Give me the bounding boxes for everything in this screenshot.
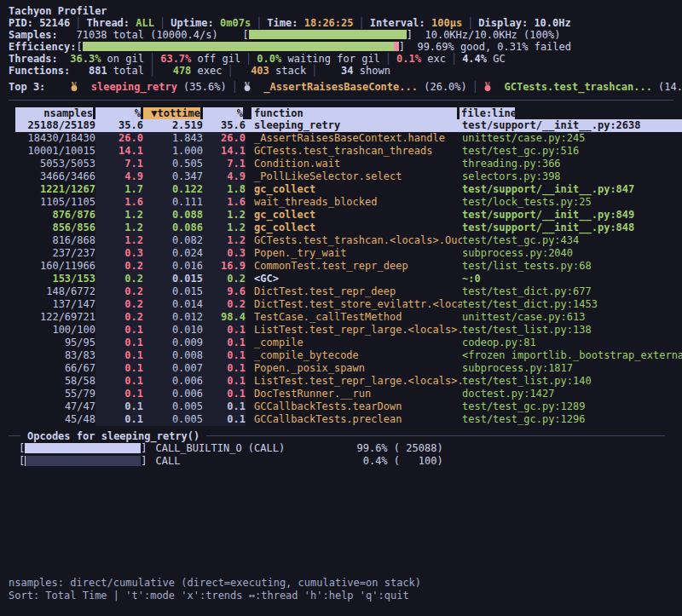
table-row[interactable]: 1105/1105 1.6 0.111 1.6 wait_threads_blo… bbox=[0, 196, 682, 209]
cum-pct-cell: 0.1 bbox=[203, 400, 246, 413]
header-tottime-sorted[interactable]: ▼tottime bbox=[143, 107, 203, 119]
header-cum-pct[interactable]: % bbox=[203, 107, 246, 119]
table-row[interactable]: 55/79 0.1 0.006 0.1 DocTestRunner.__run … bbox=[0, 388, 682, 400]
function-cell: DocTestRunner.__run bbox=[254, 388, 462, 400]
stat-value: 403 bbox=[239, 65, 269, 77]
nsamples-cell: 45/48 bbox=[15, 413, 95, 426]
header-file-line[interactable]: file:line bbox=[459, 107, 517, 119]
table-row[interactable]: 18430/18430 26.0 1.843 26.0 _AssertRaise… bbox=[0, 132, 682, 145]
stat-desc: exc bbox=[421, 53, 446, 65]
nsamples-cell: 160/11966 bbox=[15, 260, 95, 273]
stat-label: Interval: bbox=[370, 17, 431, 29]
row-selection-marker bbox=[0, 145, 15, 158]
table-row[interactable]: 5053/5053 7.1 0.505 7.1 Condition.wait t… bbox=[0, 158, 682, 170]
table-row[interactable]: 122/69721 0.2 0.012 98.4 TestCase._callT… bbox=[0, 311, 682, 324]
direct-pct-cell: 0.2 bbox=[95, 311, 143, 324]
nsamples-cell: 856/856 bbox=[15, 222, 95, 234]
function-cell: _compile_bytecode bbox=[254, 349, 462, 362]
function-cell: wait_threads_blocked bbox=[254, 196, 462, 209]
samples-bar-fill bbox=[249, 30, 407, 39]
tottime-cell: 0.005 bbox=[143, 413, 203, 426]
table-row[interactable]: 816/868 1.2 0.082 1.2 GCTests.test_trash… bbox=[0, 234, 682, 247]
table-row[interactable]: 45/48 0.1 0.005 0.1 GCCallbackTests.prec… bbox=[0, 413, 682, 426]
function-cell: GCCallbackTests.preclean bbox=[254, 413, 462, 426]
table-row[interactable]: 66/67 0.1 0.007 0.1 Popen._posix_spawn s… bbox=[0, 362, 682, 375]
tottime-cell: 0.007 bbox=[143, 362, 203, 375]
table-row[interactable]: ▶ 25188/25189 35.6 2.519 35.6 sleeping_r… bbox=[0, 119, 682, 132]
table-row[interactable]: 3466/3466 4.9 0.347 4.9 _PollLikeSelecto… bbox=[0, 170, 682, 183]
table-row[interactable]: 95/95 0.1 0.009 0.1 _compile codeop.py:8… bbox=[0, 337, 682, 349]
stat-value: 100µs bbox=[431, 17, 462, 29]
nsamples-cell: 1105/1105 bbox=[15, 196, 95, 209]
row-selection-marker bbox=[0, 247, 15, 260]
footer: nsamples: direct/cumulative (direct=exec… bbox=[9, 577, 421, 602]
table-row[interactable]: 100/100 0.1 0.010 0.1 ListTest.test_repr… bbox=[0, 324, 682, 337]
function-cell: _compile bbox=[254, 337, 462, 349]
efficiency-bar-good-fill bbox=[83, 42, 398, 51]
tottime-cell: 0.088 bbox=[143, 209, 203, 222]
header-direct-pct[interactable]: % bbox=[95, 107, 143, 119]
table-row[interactable]: 137/147 0.2 0.014 0.2 DictTest.test_stor… bbox=[0, 298, 682, 311]
header-function[interactable]: function bbox=[251, 107, 459, 119]
cum-pct-cell: 1.2 bbox=[203, 209, 246, 222]
table-row[interactable]: 47/47 0.1 0.005 0.1 GCCallbackTests.tear… bbox=[0, 400, 682, 413]
tottime-cell: 0.009 bbox=[143, 337, 203, 349]
stat-desc: waiting for gil bbox=[281, 53, 380, 65]
stat-value: 0m07s bbox=[220, 17, 251, 29]
cum-pct-cell: 0.1 bbox=[203, 349, 246, 362]
function-cell: GCTests.test_trashcan_threads bbox=[254, 145, 462, 158]
table-row[interactable]: 856/856 1.2 0.086 1.2 gc_collect test/su… bbox=[0, 222, 682, 234]
footer-help-nsamples: nsamples: direct/cumulative (direct=exec… bbox=[9, 577, 421, 590]
cum-pct-cell: 98.4 bbox=[203, 311, 246, 324]
table-row[interactable]: 153/153 0.2 0.015 0.2 <GC> ~:0 bbox=[0, 273, 682, 285]
table-row[interactable]: 237/237 0.3 0.024 0.3 Popen._try_wait su… bbox=[0, 247, 682, 260]
row-selection-marker bbox=[0, 362, 15, 375]
cum-pct-cell: 0.1 bbox=[203, 362, 246, 375]
tottime-cell: 2.519 bbox=[143, 119, 203, 132]
top3-function-name: GCTests.test_trashcan... bbox=[498, 81, 658, 93]
nsamples-cell: 10001/10015 bbox=[15, 145, 95, 158]
file-line-cell: unittest/case.py:245 bbox=[462, 132, 682, 145]
direct-pct-cell: 1.7 bbox=[95, 183, 143, 196]
tottime-cell: 0.006 bbox=[143, 388, 203, 400]
footer-keybindings: Sort: Total Time | 't':mode 'x':trends ↔… bbox=[9, 590, 421, 602]
opcode-bar bbox=[25, 456, 141, 466]
header-nsamples[interactable]: nsamples bbox=[15, 107, 95, 119]
file-line-cell: doctest.py:1427 bbox=[462, 388, 682, 400]
tottime-cell: 0.111 bbox=[143, 196, 203, 209]
function-cell: ListTest.test_repr_large.<locals>.c... bbox=[254, 324, 462, 337]
direct-pct-cell: 0.2 bbox=[95, 298, 143, 311]
efficiency-bar-fail-fill bbox=[394, 42, 399, 51]
function-cell: Popen._posix_spawn bbox=[254, 362, 462, 375]
stat-separator: │ bbox=[306, 65, 322, 77]
stat-separator: │ bbox=[70, 17, 86, 29]
cum-pct-cell: 1.2 bbox=[203, 234, 246, 247]
table-row[interactable]: 876/876 1.2 0.088 1.2 gc_collect test/su… bbox=[0, 209, 682, 222]
table-row[interactable]: 83/83 0.1 0.008 0.1 _compile_bytecode <f… bbox=[0, 349, 682, 362]
top3-pct: (26.0%) bbox=[424, 81, 467, 93]
direct-pct-cell: 0.1 bbox=[95, 400, 143, 413]
table-row[interactable]: 148/6772 0.2 0.015 9.6 DictTest.test_rep… bbox=[0, 285, 682, 298]
row-selection-marker bbox=[0, 273, 15, 285]
function-cell: GCCallbackTests.tearDown bbox=[254, 400, 462, 413]
efficiency-text: 99.69% good, 0.31% failed bbox=[405, 41, 571, 53]
row-selection-marker bbox=[0, 375, 15, 388]
row-selection-marker bbox=[0, 388, 15, 400]
file-line-cell: test/test_gc.py:434 bbox=[462, 234, 682, 247]
table-row[interactable]: 160/11966 0.2 0.016 16.9 CommonTest.test… bbox=[0, 260, 682, 273]
opcode-stats: 0.4% ( 100) bbox=[356, 455, 435, 468]
row-selection-marker bbox=[0, 311, 15, 324]
row-selection-marker bbox=[0, 349, 15, 362]
nsamples-cell: 148/6772 bbox=[15, 285, 95, 298]
opcode-bar-bracket: ] bbox=[141, 455, 147, 468]
table-row[interactable]: 1221/1267 1.7 0.122 1.8 gc_collect test/… bbox=[0, 183, 682, 196]
top3-line: Top 3: sleeping_retry (35.6%)│ _AssertRa… bbox=[9, 81, 682, 93]
function-cell: _AssertRaisesBaseContext.handle bbox=[254, 132, 462, 145]
tottime-cell: 1.000 bbox=[143, 145, 203, 158]
table-row[interactable]: 58/58 0.1 0.006 0.1 ListTest.test_repr_l… bbox=[0, 375, 682, 388]
nsamples-cell: 1221/1267 bbox=[15, 183, 95, 196]
function-cell: gc_collect bbox=[254, 209, 462, 222]
table-row[interactable]: 10001/10015 14.1 1.000 14.1 GCTests.test… bbox=[0, 145, 682, 158]
stat-separator: │ bbox=[222, 65, 238, 77]
row-selection-marker bbox=[0, 324, 15, 337]
